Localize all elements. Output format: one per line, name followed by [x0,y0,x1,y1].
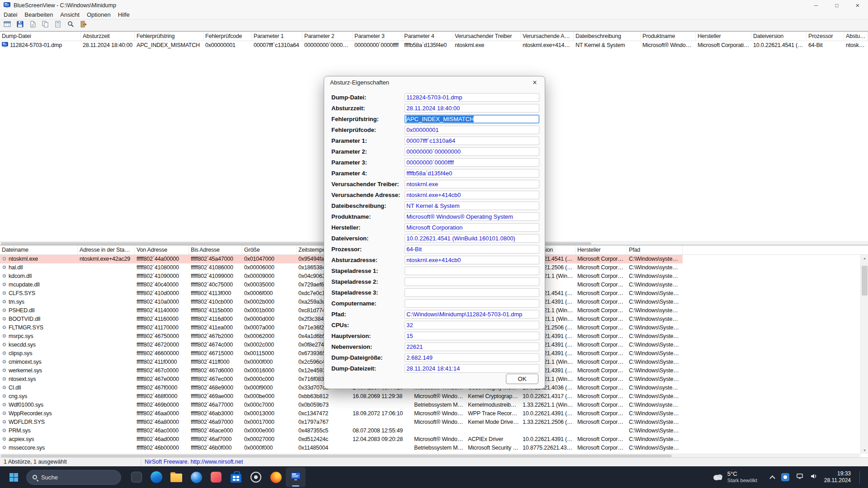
field-value-verursachende_adresse[interactable]: ntoskrnl.exe+414cb0 [405,191,539,199]
taskbar-search[interactable]: Suche [26,470,121,485]
column-header-parameter_4[interactable]: Parameter 4 [402,32,453,41]
taskbar-app-explorer[interactable] [166,467,186,487]
field-value-parameter_2[interactable]: 00000000`00000000 [405,147,539,156]
table-row[interactable]: WDFLDR.SYSfffff802`46a80000fffff802`46a9… [0,418,683,427]
field-value-dateibeschreibung[interactable]: NT Kernel & System [405,202,539,210]
minimize-button[interactable]: ─ [806,0,826,10]
field-value-parameter_1[interactable]: 00007fff`c1310a64 [405,136,539,145]
table-row[interactable]: cng.sysfffff802`468f0000fffff802`469ae00… [0,392,683,401]
field-value-nebenversion[interactable]: 22621 [405,343,539,351]
show-desktop-button[interactable] [859,471,861,483]
field-value-stapeladresse_3[interactable] [405,288,539,297]
network-icon[interactable] [796,473,803,481]
scrollbar-thumb[interactable] [862,266,868,296]
table-row[interactable]: Wdf01000.sysfffff802`469b0000fffff802`46… [0,401,683,409]
menu-hilfe[interactable]: Hilfe [114,11,133,19]
column-header-prozessor[interactable]: Prozessor [807,32,844,41]
find-button[interactable] [66,20,76,30]
column-header-hersteller[interactable]: Hersteller [576,245,627,254]
lower-vertical-scrollbar[interactable]: ▲ ▼ [860,255,868,454]
field-value-dateiversion[interactable]: 10.0.22621.4541 (WinBuild.160101.0800) [405,234,539,243]
taskbar-clock[interactable]: 19:33 28.11.2024 [824,470,851,484]
column-header-groesse[interactable]: Größe [242,245,297,254]
column-header-dump_datei[interactable]: Dump-Datei [0,32,81,41]
table-row[interactable]: acpiex.sysfffff802`46ad0000fffff802`46af… [0,435,683,444]
menu-bearbeiten[interactable]: Bearbeiten [21,11,57,19]
scroll-up-icon[interactable]: ▲ [861,255,868,262]
column-header-bis_adresse[interactable]: Bis Adresse [189,245,242,254]
taskbar-app-store[interactable] [226,467,246,487]
taskbar-app-edge[interactable] [146,467,166,487]
column-header-adresse_im_stack[interactable]: Adresse in der Stapelüberwachung [78,245,135,254]
field-value-dump_dateigroesse[interactable]: 2.682.149 [405,353,539,362]
taskbar-app-window[interactable] [127,467,146,487]
column-header-produktname[interactable]: Produktname [641,32,696,41]
column-header-von_adresse[interactable]: Von Adresse [135,245,189,254]
column-header-parameter_1[interactable]: Parameter 1 [252,32,302,41]
field-value-hauptversion[interactable]: 15 [405,332,539,340]
maximize-button[interactable]: □ [826,0,847,10]
dialog-close-button[interactable]: × [525,76,545,89]
column-header-parameter_2[interactable]: Parameter 2 [302,32,353,41]
column-header-verursachender_treiber[interactable]: Verursachender Treiber [453,32,521,41]
column-header-fehlerpruefstring[interactable]: Fehlerprüfstring [135,32,203,41]
volume-icon[interactable] [810,473,817,481]
field-value-computername[interactable] [405,299,539,308]
field-value-pfad[interactable]: C:\Windows\Minidump\112824-5703-01.dmp [405,310,539,319]
column-header-absturzadresse[interactable]: Absturzadresse [844,32,868,41]
field-value-stapeladresse_2[interactable] [405,277,539,286]
nirsoft-link[interactable]: NirSoft Freeware. http://www.nirsoft.net [141,458,868,466]
field-value-absturzadresse[interactable]: ntoskrnl.exe+414cb0 [405,256,539,264]
menu-datei[interactable]: Datei [0,11,21,19]
field-value-prozessor[interactable]: 64-Bit [405,245,539,253]
field-value-verursachender_treiber[interactable]: ntoskrnl.exe [405,180,539,188]
column-header-hersteller[interactable]: Hersteller [696,32,751,41]
taskbar-app-firefox[interactable] [266,467,286,487]
properties-button[interactable] [53,20,63,30]
taskbar-app-red[interactable] [206,467,226,487]
column-header-dateibeschreibung[interactable]: Dateibeschreibung [574,32,641,41]
close-button[interactable]: × [847,0,868,10]
field-value-produktname[interactable]: Microsoft® Windows® Operating System [405,212,539,221]
table-row[interactable]: msseccore.sysfffff802`46b00000fffff802`4… [0,444,683,452]
html-report-button[interactable] [28,20,38,30]
field-value-cpus[interactable]: 32 [405,321,539,329]
field-value-parameter_4[interactable]: ffffb58a`d135f4e0 [405,169,539,178]
menu-ansicht[interactable]: Ansicht [57,11,83,19]
lower-horizontal-scrollbar[interactable] [0,454,860,457]
weather-widget[interactable]: 5°C Stark bewölkt [712,470,757,484]
start-button[interactable] [5,468,23,486]
field-value-absturzzeit[interactable]: 28.11.2024 18:40:00 [405,104,539,113]
column-header-parameter_3[interactable]: Parameter 3 [353,32,402,41]
taskbar-app-browser[interactable] [186,467,206,487]
scrollbar-thumb[interactable] [1,455,672,457]
copy-button[interactable] [40,20,51,30]
report-view-button[interactable] [2,20,13,30]
scroll-down-icon[interactable]: ▼ [861,447,868,454]
column-header-dateiversion[interactable]: Dateiversion [751,32,807,41]
column-header-fehlerpruefcode[interactable]: Fehlerprüfcode [203,32,252,41]
field-value-stapeladresse_1[interactable] [405,267,539,275]
column-header-pfad[interactable]: Pfad [627,245,683,254]
field-value-hersteller[interactable]: Microsoft Corporation [405,223,539,232]
table-row[interactable]: WppRecorder.sysfffff802`46aa0000fffff802… [0,409,683,418]
ok-button[interactable]: OK [506,374,538,384]
column-header-dateiname[interactable]: Dateiname [0,245,78,254]
chevron-up-icon[interactable] [769,475,775,481]
cell-dateibeschreibung: Kernel Cryptography, Next Generation [466,392,521,401]
field-value-parameter_3[interactable]: 00000000`0000ffff [405,158,539,167]
tray-app-icon[interactable] [781,473,789,481]
taskbar-app-recorder[interactable] [246,467,266,487]
taskbar-app-bluescreenview[interactable] [286,467,306,487]
menu-optionen[interactable]: Optionen [83,11,114,19]
field-value-dump_datei[interactable]: 112824-5703-01.dmp [405,93,539,102]
table-row[interactable]: PRM.sysfffff802`46ac0000fffff802`46ace00… [0,427,683,435]
column-header-verursachende_adresse[interactable]: Verursachende Adresse [521,32,574,41]
table-row[interactable]: 112824-5703-01.dmp28.11.2024 18:40:00APC… [0,41,868,50]
column-header-absturzzeit[interactable]: Absturzzeit [81,32,135,41]
field-value-fehlerpruefstring[interactable]: APC_INDEX_MISMATCH [405,115,539,123]
exit-button[interactable] [78,20,89,30]
save-button[interactable] [15,20,25,30]
field-value-dump_dateizeit[interactable]: 28.11.2024 18:41:14 [405,364,539,373]
field-value-fehlerpruefcode[interactable]: 0x00000001 [405,126,539,134]
